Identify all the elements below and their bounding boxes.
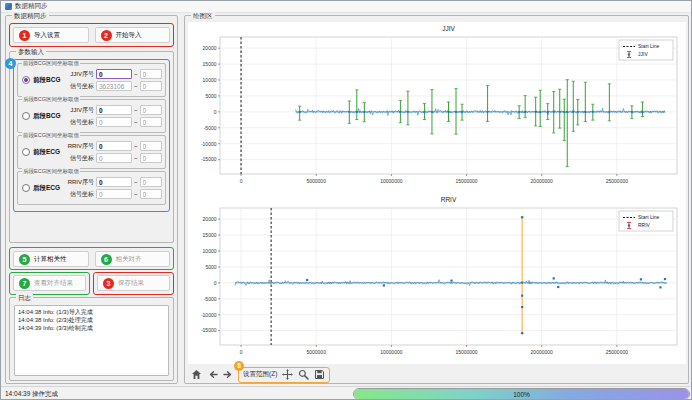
svg-text:5000: 5000 bbox=[205, 93, 216, 99]
save-result-button[interactable]: 3 保存结果 bbox=[97, 275, 170, 291]
signal-coord-to-input[interactable] bbox=[140, 153, 162, 163]
annotation-box-save-result: 3 保存结果 bbox=[93, 272, 174, 295]
rear-ecg-radio[interactable] bbox=[22, 184, 30, 192]
rear-bcg-radio-label: 后段BCG bbox=[33, 112, 60, 121]
rriv-index-label: RRIV序号 bbox=[64, 142, 94, 151]
figure-canvas: JJIV050000001000000015000000200000002500… bbox=[188, 22, 686, 364]
step-badge-7: 7 bbox=[19, 278, 30, 289]
signal-coord-from-input[interactable] bbox=[96, 189, 132, 199]
step-badge-6: 6 bbox=[101, 254, 112, 265]
annotation-box-correlation: 5 计算相关性 6 相关对齐 bbox=[9, 247, 174, 270]
log-line: 14:04:39 Info: (3/3)绘制完成 bbox=[18, 324, 165, 332]
rriv-index-from-input[interactable] bbox=[96, 141, 132, 151]
svg-text:-10000: -10000 bbox=[201, 312, 217, 318]
rriv-index-to-input[interactable] bbox=[140, 177, 162, 187]
correlation-align-button[interactable]: 6 相关对齐 bbox=[95, 251, 171, 267]
tilde: ~ bbox=[134, 107, 138, 113]
signal-coord-to-input[interactable] bbox=[140, 189, 162, 199]
svg-text:5000: 5000 bbox=[205, 264, 216, 270]
view-align-result-button[interactable]: 7 查看对齐结果 bbox=[13, 275, 86, 291]
window-titlebar: 数据精同步 bbox=[1, 1, 692, 13]
forward-arrow-icon[interactable] bbox=[222, 369, 234, 381]
left-panel-title: 数据精同步 bbox=[12, 12, 49, 20]
step-badge-8: 8 bbox=[234, 361, 244, 371]
signal-coord-from-input[interactable] bbox=[96, 153, 132, 163]
svg-text:25000000: 25000000 bbox=[606, 349, 628, 355]
svg-text:15000000: 15000000 bbox=[455, 349, 477, 355]
jjiv-index-to-input[interactable] bbox=[140, 69, 162, 79]
tilde: ~ bbox=[134, 143, 138, 149]
svg-text:RRIV: RRIV bbox=[441, 196, 457, 203]
param-group-title: 后段BCG区间坐标取值 bbox=[22, 96, 80, 103]
signal-coord-to-input[interactable] bbox=[140, 81, 162, 91]
back-arrow-icon[interactable] bbox=[206, 369, 218, 381]
param-group-title: 后段ECG区间坐标取值 bbox=[22, 168, 80, 175]
tilde: ~ bbox=[134, 83, 138, 89]
front-bcg-radio[interactable] bbox=[22, 76, 30, 84]
correlation-align-label: 相关对齐 bbox=[116, 255, 142, 264]
jjiv-index-from-input[interactable] bbox=[96, 69, 132, 79]
step-badge-5: 5 bbox=[19, 254, 30, 265]
svg-text:20000000: 20000000 bbox=[531, 349, 553, 355]
log-line: 14:04:38 Info: (1/3)导入完成 bbox=[18, 308, 165, 316]
svg-text:15000: 15000 bbox=[203, 232, 217, 238]
svg-text:-5000: -5000 bbox=[204, 125, 217, 131]
svg-text:RRIV: RRIV bbox=[638, 222, 651, 228]
rriv-index-to-input[interactable] bbox=[140, 141, 162, 151]
front-ecg-radio[interactable] bbox=[22, 148, 30, 156]
svg-text:-10000: -10000 bbox=[201, 141, 217, 147]
rriv-index-from-input[interactable] bbox=[96, 177, 132, 187]
zoom-icon[interactable] bbox=[297, 369, 309, 381]
jjiv-index-to-input[interactable] bbox=[140, 105, 162, 115]
step-badge-2: 2 bbox=[101, 30, 112, 41]
statusbar: 14:04:39 操作完成 100% bbox=[1, 386, 692, 400]
set-range-button[interactable]: 设置范围(Z) bbox=[243, 370, 277, 379]
step-badge-3: 3 bbox=[103, 278, 114, 289]
param-group-rear-ecg: 后段ECG区间坐标取值 后段ECG RRIV序号 ~ 信号坐标 bbox=[17, 171, 166, 205]
jjiv-chart: JJIV050000001000000015000000200000002500… bbox=[188, 22, 686, 192]
plot-panel-title: 绘图区 bbox=[191, 12, 215, 20]
param-group-rear-bcg: 后段BCG区间坐标取值 后段BCG JJIV序号 ~ 信号坐标 bbox=[17, 99, 166, 133]
tilde: ~ bbox=[134, 191, 138, 197]
home-icon[interactable] bbox=[190, 369, 202, 381]
svg-text:20000: 20000 bbox=[203, 216, 217, 222]
calc-correlation-label: 计算相关性 bbox=[34, 255, 67, 264]
start-import-button[interactable]: 2 开始导入 bbox=[95, 27, 171, 43]
tilde: ~ bbox=[134, 179, 138, 185]
svg-text:20000: 20000 bbox=[203, 45, 217, 51]
log-line: 14:04:38 Info: (2/3)处理完成 bbox=[18, 316, 165, 324]
signal-coord-label: 信号坐标 bbox=[64, 82, 94, 91]
plot-toolbar: 8 设置范围(Z) bbox=[188, 366, 330, 383]
jjiv-index-from-input[interactable] bbox=[96, 105, 132, 115]
tilde: ~ bbox=[134, 155, 138, 161]
log-list: 14:04:38 Info: (1/3)导入完成 14:04:38 Info: … bbox=[14, 305, 169, 376]
svg-text:-5000: -5000 bbox=[204, 296, 217, 302]
svg-text:5000000: 5000000 bbox=[306, 178, 326, 184]
status-message: 14:04:39 操作完成 bbox=[5, 387, 58, 400]
rriv-chart: RRIV050000001000000015000000200000002500… bbox=[188, 193, 686, 363]
svg-text:Start Line: Start Line bbox=[638, 43, 660, 49]
pan-icon[interactable] bbox=[281, 369, 293, 381]
annotation-box-params: 前段BCG区间坐标取值 前段BCG JJIV序号 ~ 信号坐标 bbox=[13, 59, 170, 212]
signal-coord-label: 信号坐标 bbox=[64, 118, 94, 127]
import-settings-button[interactable]: 1 导入设置 bbox=[13, 27, 89, 43]
log-group: 日志 14:04:38 Info: (1/3)导入完成 14:04:38 Inf… bbox=[9, 297, 174, 381]
front-ecg-radio-label: 前段ECG bbox=[33, 148, 60, 157]
svg-text:JJIV: JJIV bbox=[442, 25, 455, 32]
svg-text:10000000: 10000000 bbox=[380, 349, 402, 355]
svg-text:-15000: -15000 bbox=[201, 327, 217, 333]
svg-text:5000000: 5000000 bbox=[306, 349, 326, 355]
calc-correlation-button[interactable]: 5 计算相关性 bbox=[13, 251, 89, 267]
signal-coord-from-input[interactable] bbox=[96, 117, 132, 127]
annotation-box-import: 1 导入设置 2 开始导入 bbox=[9, 23, 174, 47]
signal-coord-to-input[interactable] bbox=[140, 117, 162, 127]
svg-text:10000: 10000 bbox=[203, 248, 217, 254]
progress-bar: 100% bbox=[353, 388, 690, 400]
front-bcg-radio-label: 前段BCG bbox=[33, 76, 60, 85]
save-icon[interactable] bbox=[313, 369, 325, 381]
signal-coord-from-input[interactable] bbox=[96, 81, 132, 91]
rear-bcg-radio[interactable] bbox=[22, 112, 30, 120]
svg-text:Start Line: Start Line bbox=[638, 214, 660, 220]
svg-text:-15000: -15000 bbox=[201, 156, 217, 162]
jjiv-index-label: JJIV序号 bbox=[64, 70, 94, 79]
